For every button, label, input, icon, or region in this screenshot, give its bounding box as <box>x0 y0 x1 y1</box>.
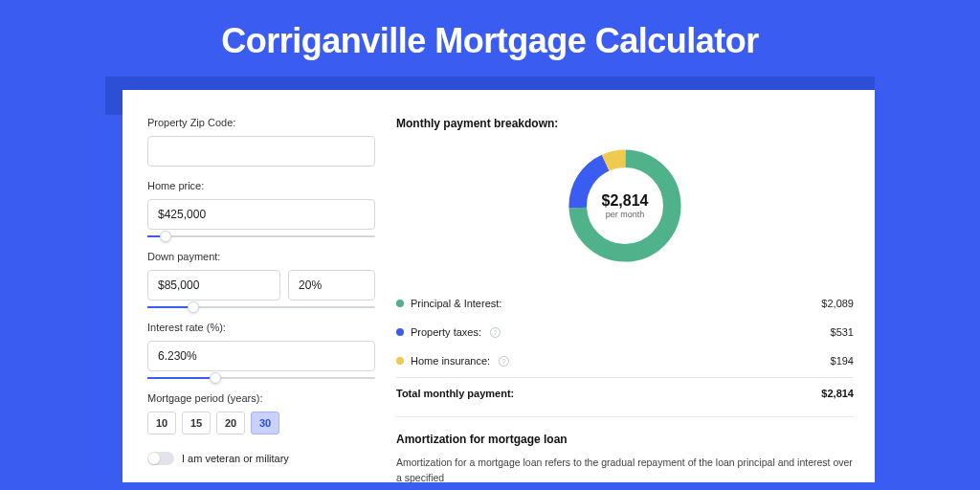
donut-amount: $2,814 <box>602 192 649 210</box>
amortization-title: Amortization for mortgage loan <box>396 433 854 446</box>
home-price-input[interactable] <box>147 199 375 230</box>
period-buttons: 10 15 20 30 <box>147 412 375 434</box>
home-price-field-group: Home price: <box>147 180 375 237</box>
calculator-card: Property Zip Code: Home price: Down paym… <box>122 90 875 482</box>
page-title: Corriganville Mortgage Calculator <box>0 0 980 77</box>
donut-chart: $2,814 per month <box>563 144 687 268</box>
period-field-group: Mortgage period (years): 10 15 20 30 <box>147 392 375 434</box>
total-value: $2,814 <box>821 388 854 399</box>
down-payment-label: Down payment: <box>147 251 375 262</box>
info-icon[interactable]: ? <box>499 356 509 367</box>
down-payment-pct-input[interactable] <box>288 270 375 301</box>
zip-field-group: Property Zip Code: <box>147 117 375 167</box>
veteran-toggle[interactable] <box>147 452 174 465</box>
donut-center: $2,814 per month <box>563 144 687 268</box>
period-label: Mortgage period (years): <box>147 392 375 404</box>
insurance-value: $194 <box>831 355 854 367</box>
zip-label: Property Zip Code: <box>147 117 375 128</box>
total-label: Total monthly payment: <box>396 388 514 399</box>
legend-insurance: Home insurance: ? $194 <box>396 346 854 375</box>
dot-green-icon <box>396 300 404 307</box>
period-btn-30[interactable]: 30 <box>251 412 279 434</box>
amortization-text: Amortization for a mortgage loan refers … <box>396 456 854 486</box>
interest-slider[interactable] <box>147 377 375 379</box>
info-icon[interactable]: ? <box>490 327 501 338</box>
donut-wrap: $2,814 per month <box>396 144 854 268</box>
insurance-label: Home insurance: <box>411 355 490 367</box>
down-payment-field-group: Down payment: <box>147 251 375 308</box>
home-price-label: Home price: <box>147 180 375 191</box>
breakdown-title: Monthly payment breakdown: <box>396 117 854 130</box>
breakdown-column: Monthly payment breakdown: $2,814 per mo… <box>396 117 854 482</box>
total-row: Total monthly payment: $2,814 <box>396 377 854 399</box>
down-payment-input[interactable] <box>147 270 280 301</box>
home-price-slider[interactable] <box>147 235 375 237</box>
veteran-label: I am veteran or military <box>182 453 289 464</box>
zip-input[interactable] <box>147 136 375 167</box>
taxes-label: Property taxes: <box>411 326 481 338</box>
veteran-row: I am veteran or military <box>147 452 375 465</box>
legend-principal: Principal & Interest: $2,089 <box>396 289 854 318</box>
form-column: Property Zip Code: Home price: Down paym… <box>147 117 375 482</box>
down-payment-slider[interactable] <box>147 306 375 308</box>
donut-sub: per month <box>606 210 645 219</box>
principal-label: Principal & Interest: <box>411 298 501 309</box>
period-btn-20[interactable]: 20 <box>216 412 245 434</box>
interest-label: Interest rate (%): <box>147 322 375 333</box>
legend-taxes: Property taxes: ? $531 <box>396 318 854 346</box>
interest-field-group: Interest rate (%): <box>147 322 375 379</box>
taxes-value: $531 <box>831 326 854 338</box>
period-btn-15[interactable]: 15 <box>182 412 211 434</box>
interest-input[interactable] <box>147 341 375 371</box>
dot-yellow-icon <box>396 357 404 365</box>
period-btn-10[interactable]: 10 <box>147 412 176 434</box>
principal-value: $2,089 <box>821 298 854 309</box>
amortization-section: Amortization for mortgage loan Amortizat… <box>396 416 854 486</box>
dot-blue-icon <box>396 328 404 336</box>
